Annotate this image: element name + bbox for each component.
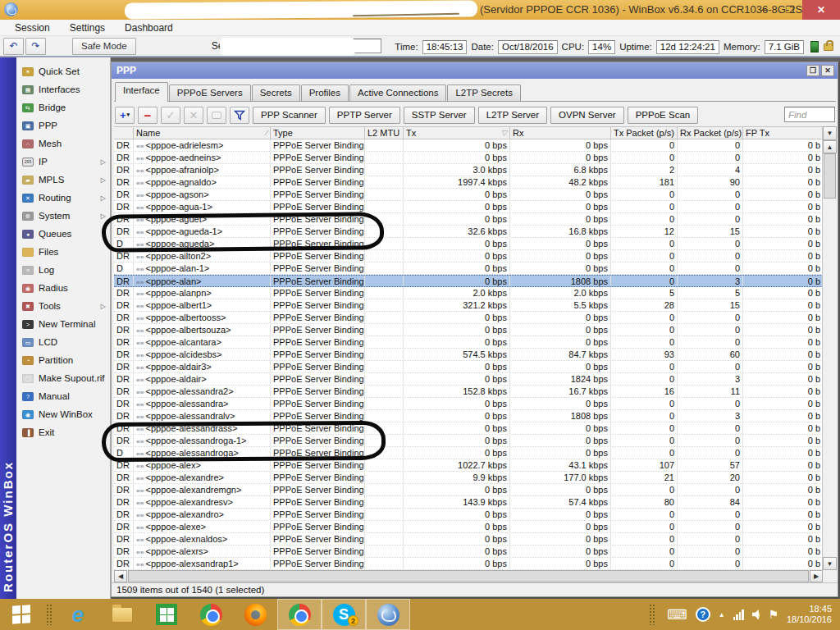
redo-button[interactable]: ↷ [25, 38, 46, 55]
restore-button[interactable]: ❐ [778, 0, 802, 20]
scroll-left-button[interactable]: ◀ [114, 570, 127, 582]
table-row[interactable]: DR«·»<pppoe-alessandralv>PPPoE Server Bi… [114, 410, 823, 422]
horizontal-scrollbar[interactable]: ◀ ▶ [114, 570, 823, 582]
undo-button[interactable]: ↶ [3, 38, 24, 55]
sidebar-item-queues[interactable]: ●Queues [16, 225, 110, 243]
table-row[interactable]: DR«·»<pppoe-alexandro>PPPoE Server Bindi… [114, 509, 823, 521]
l2tp-server-button[interactable]: L2TP Server [478, 107, 547, 124]
table-row[interactable]: D«·»<pppoe-alan-1>PPPoE Server Binding0 … [114, 262, 823, 275]
sidebar-item-mesh[interactable]: ∴Mesh [16, 135, 110, 153]
table-row[interactable]: DR«·»<pppoe-albertsouza>PPPoE Server Bin… [114, 324, 823, 336]
column-header-name[interactable]: Name∕ [134, 127, 271, 139]
table-row[interactable]: DR«·»<pppoe-alessandra>PPPoE Server Bind… [114, 398, 823, 410]
safe-mode-button[interactable]: Safe Mode [72, 38, 136, 55]
table-row[interactable]: DR«·»<pppoe-alexnaldos>PPPoE Server Bind… [114, 533, 823, 546]
tray-expand-icon[interactable]: ▲ [719, 611, 725, 619]
column-header-flags[interactable] [114, 127, 134, 139]
sidebar-item-tools[interactable]: ✖Tools▷ [16, 297, 110, 315]
sidebar-item-make-supout-rif[interactable]: ▢Make Supout.rif [16, 369, 110, 387]
table-row[interactable]: DR«·»<pppoe-alcantara>PPPoE Server Bindi… [114, 336, 823, 349]
taskbar-clock[interactable]: 18:45 18/10/2016 [787, 604, 832, 625]
table-row[interactable]: DR«·»<pppoe-alex>PPPoE Server Binding102… [114, 459, 823, 472]
table-row[interactable]: DR«·»<pppoe-ailton2>PPPoE Server Binding… [114, 250, 823, 262]
sidebar-item-exit[interactable]: ▐Exit [16, 423, 110, 441]
taskbar-winbox[interactable] [366, 599, 410, 630]
column-header-tx[interactable]: Tx▽ [404, 127, 510, 139]
table-row[interactable]: DR«·»<pppoe-afraniolp>PPPoE Server Bindi… [114, 164, 823, 176]
volume-icon[interactable]: ) [752, 609, 760, 620]
table-row[interactable]: DR«·»<pppoe-alanpn>PPPoE Server Binding2… [114, 287, 823, 299]
minimize-button[interactable]: – [751, 0, 776, 20]
tab-secrets[interactable]: Secrets [252, 84, 300, 102]
column-header-rx[interactable]: Rx [510, 127, 611, 139]
sidebar-item-ip[interactable]: 255IP▷ [16, 153, 110, 171]
tab-pppoe-servers[interactable]: PPPoE Servers [169, 84, 251, 102]
tab-profiles[interactable]: Profiles [301, 84, 349, 102]
table-row[interactable]: DR«·»<pppoe-alcidesbs>PPPoE Server Bindi… [114, 349, 823, 361]
tab-interface[interactable]: Interface [115, 82, 168, 102]
sstp-server-button[interactable]: SSTP Server [404, 107, 475, 124]
table-row[interactable]: DR«·»<pppoe-agnaldo>PPPoE Server Binding… [114, 176, 823, 189]
taskbar-windows-store[interactable] [144, 599, 189, 630]
tab-active-connections[interactable]: Active Connections [349, 84, 446, 102]
table-row[interactable]: DR«·»<pppoe-agua-1>PPPoE Server Binding0… [114, 201, 823, 213]
sidebar-item-new-terminal[interactable]: >New Terminal [16, 315, 110, 333]
sidebar-item-ppp[interactable]: ▣PPP [16, 116, 110, 135]
horizontal-scroll-thumb[interactable] [128, 570, 809, 582]
column-header-l2-mtu[interactable]: L2 MTU [365, 127, 404, 139]
ppp-scanner-button[interactable]: PPP Scanner [253, 107, 326, 124]
taskbar-firefox[interactable] [233, 599, 277, 630]
table-row[interactable]: DR«·»<pppoe-alexandre>PPPoE Server Bindi… [114, 472, 823, 484]
taskbar-chrome-active[interactable] [277, 599, 322, 630]
taskbar-chrome[interactable] [189, 599, 233, 630]
table-row[interactable]: DR«·»<pppoe-agson>PPPoE Server Binding0 … [114, 189, 823, 201]
sidebar-item-log[interactable]: ≡Log [16, 261, 110, 279]
sidebar-item-partition[interactable]: ◔Partition [16, 351, 110, 369]
sidebar-item-files[interactable]: Files [16, 243, 110, 261]
find-input[interactable] [784, 107, 835, 122]
sidebar-item-bridge[interactable]: ⇆Bridge [16, 98, 110, 116]
table-row[interactable]: DR«·»<pppoe-albert1>PPPoE Server Binding… [114, 299, 823, 312]
sidebar-item-radius[interactable]: ◉Radius [16, 279, 110, 297]
table-row[interactable]: DR«·»<pppoe-alessandra2>PPPoE Server Bin… [114, 386, 823, 398]
ppp-restore-button[interactable]: ❐ [806, 65, 819, 76]
column-header-rx-packet-p-s-[interactable]: Rx Packet (p/s) [678, 127, 743, 139]
sidebar-item-routing[interactable]: ✕Routing▷ [16, 189, 110, 207]
remove-button[interactable]: − [138, 107, 158, 124]
taskbar-internet-explorer[interactable]: e [56, 599, 100, 630]
scroll-down-button[interactable]: ▼ [823, 557, 837, 570]
table-row[interactable]: DR«·»<pppoe-alan>PPPoE Server Binding0 b… [114, 275, 823, 287]
ovpn-server-button[interactable]: OVPN Server [550, 107, 624, 124]
table-row[interactable]: DR«·»<pppoe-aldair>PPPoE Server Binding0… [114, 373, 823, 386]
close-button[interactable]: ✕ [802, 0, 840, 20]
table-row[interactable]: DR«·»<pppoe-albertooss>PPPoE Server Bind… [114, 312, 823, 324]
sidebar-item-new-winbox[interactable]: ◉New WinBox [16, 405, 110, 423]
scroll-up-button[interactable]: ▲ [823, 140, 837, 153]
table-row[interactable]: DR«·»<pppoe-alexandresv>PPPoE Server Bin… [114, 496, 823, 509]
sidebar-item-manual[interactable]: ?Manual [16, 387, 110, 405]
table-row[interactable]: DR«·»<pppoe-alexrs>PPPoE Server Binding0… [114, 546, 823, 558]
column-header-fp-tx[interactable]: FP Tx [743, 127, 823, 139]
ppp-window-titlebar[interactable]: PPP ❐ ✕ [112, 62, 838, 79]
disable-button[interactable]: ✕ [184, 107, 203, 124]
add-button[interactable]: +▾ [115, 107, 135, 124]
scroll-right-button[interactable]: ▶ [810, 570, 823, 582]
sidebar-item-mpls[interactable]: ▰MPLS▷ [16, 171, 110, 189]
sidebar-item-lcd[interactable]: ▭LCD [16, 333, 110, 351]
tab-l2tp-secrets[interactable]: L2TP Secrets [447, 84, 520, 102]
pppoe-scan-button[interactable]: PPPoE Scan [628, 107, 698, 124]
ppp-close-button[interactable]: ✕ [821, 65, 834, 76]
table-row[interactable]: DR«·»<pppoe-alexandremgn>PPPoE Server Bi… [114, 484, 823, 496]
sidebar-item-system[interactable]: ⚙System▷ [16, 207, 110, 225]
table-row[interactable]: DR«·»<pppoe-alexsandrap1>PPPoE Server Bi… [114, 558, 823, 570]
start-button[interactable] [0, 599, 43, 630]
table-row[interactable]: DR«·»<pppoe-alexe>PPPoE Server Binding0 … [114, 521, 823, 533]
menu-item-settings[interactable]: Settings [62, 21, 113, 35]
column-menu-button[interactable]: ▼ [823, 126, 837, 140]
filter-button[interactable] [230, 107, 249, 124]
sidebar-item-interfaces[interactable]: ▦Interfaces [16, 80, 110, 98]
network-signal-icon[interactable] [733, 609, 744, 620]
menu-item-session[interactable]: Session [7, 21, 58, 35]
action-center-flag-icon[interactable]: ⚑ [768, 608, 778, 621]
pptp-server-button[interactable]: PPTP Server [329, 107, 400, 124]
